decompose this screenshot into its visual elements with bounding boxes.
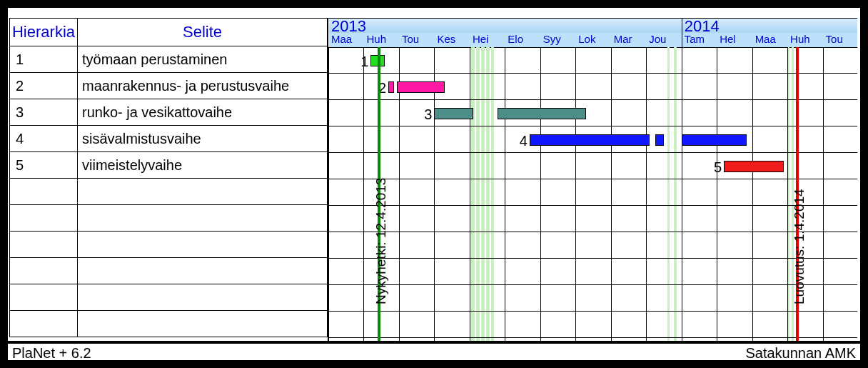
row-divider — [329, 179, 857, 179]
table-header: Hierarkia Selite — [9, 18, 328, 46]
col-header-selite: Selite — [78, 19, 327, 46]
month-gridline — [505, 47, 505, 341]
month-label: Jou — [649, 33, 666, 45]
holiday-strip — [491, 47, 495, 341]
gantt-bar[interactable] — [655, 134, 664, 146]
month-gridline — [470, 47, 470, 341]
month-label: Tou — [402, 33, 419, 45]
month-label: Maa — [331, 33, 352, 45]
table-row — [10, 205, 327, 232]
table-row — [10, 284, 327, 311]
month-gridline — [540, 47, 541, 341]
gantt-bar[interactable] — [397, 81, 445, 93]
table-row — [10, 179, 327, 205]
gantt-bar[interactable] — [682, 134, 747, 146]
table-row — [10, 232, 327, 258]
month-label: Elo — [508, 33, 523, 45]
holiday-strip — [674, 47, 677, 341]
row-divider — [329, 258, 857, 259]
row-divider — [329, 337, 857, 338]
gantt-bar-label: 4 — [520, 133, 528, 149]
month-label: Syy — [543, 33, 561, 45]
delivery-marker-label: Luovutus: 1.4.2014 — [792, 189, 807, 304]
table-row: 2maanrakennus- ja perustusvaihe — [10, 73, 327, 99]
month-label: Maa — [755, 33, 776, 45]
month-gridline — [823, 47, 824, 341]
footer-right: Satakunnan AMK — [745, 345, 856, 362]
month-gridline — [717, 47, 717, 341]
month-label: Mar — [614, 33, 632, 45]
now-marker-label: Nykyhetki: 12.4.2013 — [373, 178, 389, 304]
frame-border — [0, 360, 868, 368]
table-row — [10, 311, 327, 337]
gantt-planet-view: Hierarkia Selite 1työmaan perustaminen2m… — [0, 0, 868, 368]
month-label: Huh — [366, 33, 386, 45]
month-label: Hei — [473, 33, 489, 45]
month-gridline — [646, 47, 647, 341]
month-gridline — [611, 47, 612, 341]
gantt-bar[interactable] — [724, 161, 784, 172]
month-band: MaaHuhTouKesHeiEloSyyLokMarJouTamHelMaaH… — [329, 33, 857, 48]
holiday-strip — [476, 47, 480, 341]
table-row: 5viimeistelyvaihe — [10, 152, 327, 179]
holiday-strip — [486, 47, 490, 341]
holiday-strip — [471, 47, 475, 341]
month-gridline — [363, 47, 364, 341]
month-label: Hel — [720, 33, 736, 45]
year-band: 20132014 — [329, 19, 857, 34]
gantt-bar[interactable] — [498, 108, 586, 119]
holiday-strip — [481, 47, 485, 341]
row-divider — [329, 73, 857, 74]
row-divider — [329, 232, 857, 232]
table-row: 1työmaan perustaminen — [10, 46, 327, 73]
month-label: Huh — [790, 33, 810, 45]
month-label: Tou — [826, 33, 843, 45]
row-divider — [329, 284, 857, 285]
month-label: Kes — [437, 33, 455, 45]
gantt-bar-label: 5 — [714, 159, 722, 176]
gantt-bar-label: 3 — [424, 106, 432, 123]
table-body: 1työmaan perustaminen2maanrakennus- ja p… — [9, 46, 328, 337]
gantt-area[interactable]: 20132014 MaaHuhTouKesHeiEloSyyLokMarJouT… — [328, 18, 857, 341]
table-row: 4sisävalmistusvaihe — [10, 126, 327, 152]
gantt-bar-label: 1 — [360, 54, 368, 70]
row-divider — [329, 99, 857, 100]
month-label: Tam — [685, 33, 705, 45]
month-label: Lok — [578, 33, 595, 45]
content-area: Hierarkia Selite 1työmaan perustaminen2m… — [8, 8, 860, 341]
month-gridline — [787, 47, 788, 341]
row-divider — [329, 311, 857, 312]
gantt-bar[interactable] — [530, 134, 650, 146]
holiday-strip — [667, 47, 670, 341]
table-row: 3runko- ja vesikattovaihe — [10, 99, 327, 126]
col-header-hierarkia: Hierarkia — [10, 19, 78, 46]
table-row — [10, 258, 327, 284]
month-gridline — [328, 47, 329, 341]
row-divider — [329, 205, 857, 206]
frame-border — [0, 0, 8, 368]
month-gridline — [752, 47, 753, 341]
frame-border — [0, 0, 868, 8]
gantt-bar[interactable] — [388, 81, 393, 93]
gantt-bar[interactable] — [434, 108, 473, 119]
footer: PlaNet + 6.2 Satakunnan AMK — [8, 341, 860, 360]
row-divider — [329, 126, 857, 126]
month-gridline — [575, 47, 576, 341]
frame-border — [860, 0, 868, 368]
row-divider — [329, 152, 857, 153]
footer-left: PlaNet + 6.2 — [12, 345, 91, 362]
year-gridline — [682, 19, 682, 341]
